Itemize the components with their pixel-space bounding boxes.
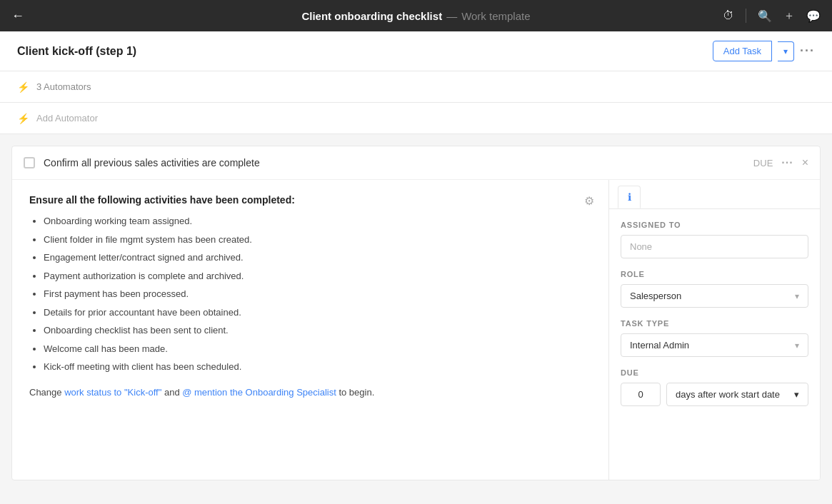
work-status-link[interactable]: work status to "Kick-off" (64, 387, 161, 398)
assigned-to-value: None (630, 241, 652, 252)
task-left-panel: ⚙ Ensure all the following activities ha… (12, 180, 609, 480)
add-automator-row[interactable]: ⚡ Add Automator (0, 103, 832, 134)
mention-specialist-link[interactable]: @ mention the Onboarding Specialist (182, 387, 336, 398)
list-item: Onboarding checklist has been sent to cl… (44, 323, 591, 338)
gear-icon[interactable]: ⚙ (584, 194, 594, 208)
list-item: Kick-off meeting with client has been sc… (44, 360, 591, 374)
automators-row: ⚡ 3 Automators (0, 71, 832, 103)
header-actions: ⏱ 🔍 ＋ 💬 (723, 9, 821, 24)
back-icon: ← (11, 9, 24, 24)
assigned-to-label: ASSIGNED TO (621, 221, 808, 229)
task-type-label: TASK TYPE (621, 319, 808, 328)
add-task-button[interactable]: Add Task (713, 41, 772, 61)
list-item: Details for prior accountant have been o… (44, 306, 591, 320)
due-period-select[interactable]: days after work start date ▾ (666, 383, 808, 406)
due-number-input[interactable]: 0 (621, 383, 661, 406)
task-checklist: Onboarding working team assigned. Client… (29, 214, 591, 374)
role-select[interactable]: Salesperson ▾ (621, 284, 808, 308)
lightning-icon-add: ⚡ (17, 113, 29, 124)
task-right-panel: ℹ ASSIGNED TO None ROLE Salesperson ▾ TA… (609, 180, 820, 480)
due-period-value: days after work start date (676, 389, 780, 400)
header-title-area: Client onboarding checklist — Work templ… (301, 10, 530, 22)
list-item: Payment authorization is complete and ar… (44, 269, 591, 283)
action-text-after: to begin. (336, 387, 375, 398)
add-automator-link[interactable]: Add Automator (36, 113, 98, 124)
info-icon: ℹ (628, 191, 631, 203)
task-type-value: Internal Admin (630, 340, 689, 351)
header-divider (746, 9, 746, 23)
role-value: Salesperson (630, 291, 681, 301)
assigned-to-field[interactable]: None (621, 235, 808, 258)
list-item: Onboarding working team assigned. (44, 214, 591, 228)
action-text-mid: and (161, 387, 182, 398)
action-text-before: Change (29, 387, 64, 398)
section-actions: Add Task ▾ ··· (713, 41, 815, 61)
section-title: Client kick-off (step 1) (17, 45, 136, 58)
comment-icon[interactable]: 💬 (806, 9, 821, 23)
header-title-main: Client onboarding checklist (301, 10, 442, 22)
chevron-down-icon: ▾ (795, 341, 799, 351)
search-icon[interactable]: 🔍 (758, 9, 772, 23)
task-header: Confirm all previous sales activities ar… (12, 146, 820, 180)
task-body: ⚙ Ensure all the following activities ha… (12, 180, 820, 480)
section-header: Client kick-off (step 1) Add Task ▾ ··· (0, 31, 832, 71)
task-name: Confirm all previous sales activities ar… (44, 157, 745, 168)
task-checkbox[interactable] (24, 157, 35, 168)
task-description-header: Ensure all the following activities have… (29, 194, 591, 206)
automators-count: 3 Automators (36, 81, 91, 92)
task-right-content: ASSIGNED TO None ROLE Salesperson ▾ TASK… (609, 209, 820, 418)
chevron-down-icon: ▾ (795, 291, 799, 301)
list-item: First payment has been processed. (44, 287, 591, 301)
top-header: ← Client onboarding checklist — Work tem… (0, 0, 832, 31)
task-due-label: DUE (753, 158, 773, 168)
due-row: 0 days after work start date ▾ (621, 383, 808, 406)
back-button[interactable]: ← (11, 9, 24, 24)
tab-info[interactable]: ℹ (618, 186, 641, 208)
task-close-button[interactable]: × (802, 156, 808, 169)
task-action-text: Change work status to "Kick-off" and @ m… (29, 385, 591, 400)
section-more-button[interactable]: ··· (800, 44, 815, 59)
role-label: ROLE (621, 270, 808, 278)
task-card: Confirm all previous sales activities ar… (11, 146, 821, 480)
list-item: Engagement letter/contract signed and ar… (44, 251, 591, 265)
list-item: Client folder in file mgmt system has be… (44, 233, 591, 247)
list-item: Welcome call has been made. (44, 342, 591, 356)
header-title-sub: Work template (461, 10, 530, 22)
plus-icon[interactable]: ＋ (783, 9, 795, 24)
lightning-icon: ⚡ (17, 81, 29, 93)
add-task-dropdown-button[interactable]: ▾ (778, 41, 794, 61)
task-type-select[interactable]: Internal Admin ▾ (621, 333, 808, 357)
header-title-sep: — (446, 10, 457, 22)
chevron-down-icon: ▾ (794, 389, 799, 400)
clock-icon[interactable]: ⏱ (723, 9, 734, 22)
task-right-tabs: ℹ (609, 180, 820, 209)
due-label: DUE (621, 368, 808, 377)
task-more-button[interactable]: ··· (781, 156, 793, 169)
